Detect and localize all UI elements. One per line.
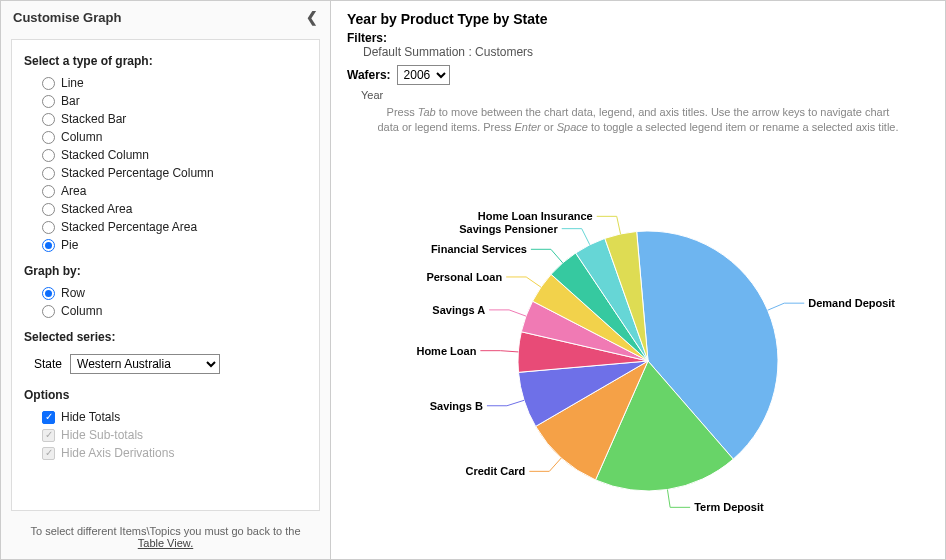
checkbox-label: Hide Totals (61, 410, 120, 424)
graph-type-column[interactable]: Column (24, 128, 307, 146)
pie-label-home-loan-insurance: Home Loan Insurance (478, 211, 593, 223)
pie-label-home-loan: Home Loan (416, 345, 476, 357)
radio-label: Area (61, 184, 86, 198)
radio-icon[interactable] (42, 239, 55, 252)
radio-label: Stacked Percentage Area (61, 220, 197, 234)
wafers-sublabel: Year (361, 89, 929, 101)
checkbox-icon[interactable] (42, 411, 55, 424)
graph-by-column[interactable]: Column (24, 302, 307, 320)
checkbox-label: Hide Sub-totals (61, 428, 143, 442)
graph-type-area[interactable]: Area (24, 182, 307, 200)
radio-label: Bar (61, 94, 80, 108)
option-hide-sub-totals: Hide Sub-totals (24, 426, 307, 444)
graph-type-stacked-bar[interactable]: Stacked Bar (24, 110, 307, 128)
radio-label: Column (61, 304, 102, 318)
graph-type-stacked-percentage-area[interactable]: Stacked Percentage Area (24, 218, 307, 236)
radio-icon[interactable] (42, 287, 55, 300)
pie-label-credit-card: Credit Card (465, 466, 525, 478)
radio-label: Column (61, 130, 102, 144)
pie-chart[interactable]: Demand DepositTerm DepositCredit CardSav… (338, 171, 938, 551)
radio-icon[interactable] (42, 149, 55, 162)
graph-type-title: Select a type of graph: (24, 54, 307, 68)
series-select[interactable]: Western Australia (70, 354, 220, 374)
footer-note: To select different Items\Topics you mus… (1, 517, 330, 559)
filters-label: Filters: (347, 31, 387, 45)
graph-type-line[interactable]: Line (24, 74, 307, 92)
radio-icon[interactable] (42, 77, 55, 90)
option-hide-axis-derivations: Hide Axis Derivations (24, 444, 307, 462)
selected-series-title: Selected series: (24, 330, 307, 344)
filters-value: Default Summation : Customers (353, 45, 929, 59)
radio-label: Stacked Area (61, 202, 132, 216)
table-view-link[interactable]: Table View. (138, 537, 193, 549)
pie-label-savings-a: Savings A (432, 304, 485, 316)
radio-label: Stacked Bar (61, 112, 126, 126)
sidebar: Customise Graph ❮ Select a type of graph… (1, 1, 331, 559)
page-title: Year by Product Type by State (347, 11, 929, 27)
pie-label-savings-pensioner: Savings Pensioner (459, 223, 558, 235)
chart-area: Demand DepositTerm DepositCredit CardSav… (347, 136, 929, 549)
radio-label: Row (61, 286, 85, 300)
radio-label: Line (61, 76, 84, 90)
wafers-label: Wafers: (347, 68, 391, 82)
pie-label-financial-services: Financial Services (431, 244, 527, 256)
radio-label: Stacked Percentage Column (61, 166, 214, 180)
radio-icon[interactable] (42, 113, 55, 126)
help-text: Press Tab to move between the chart data… (347, 105, 929, 136)
pie-label-savings-b: Savings B (430, 400, 483, 412)
series-label: State (34, 357, 62, 371)
radio-icon[interactable] (42, 167, 55, 180)
graph-type-bar[interactable]: Bar (24, 92, 307, 110)
graph-type-stacked-percentage-column[interactable]: Stacked Percentage Column (24, 164, 307, 182)
wafers-select[interactable]: 2006 (397, 65, 450, 85)
checkbox-icon (42, 429, 55, 442)
pie-label-term-deposit: Term Deposit (694, 502, 764, 514)
radio-icon[interactable] (42, 203, 55, 216)
radio-icon[interactable] (42, 185, 55, 198)
radio-icon[interactable] (42, 131, 55, 144)
radio-icon[interactable] (42, 221, 55, 234)
pie-label-personal-loan: Personal Loan (426, 271, 502, 283)
graph-type-stacked-area[interactable]: Stacked Area (24, 200, 307, 218)
checkbox-label: Hide Axis Derivations (61, 446, 174, 460)
option-hide-totals[interactable]: Hide Totals (24, 408, 307, 426)
collapse-icon[interactable]: ❮ (306, 9, 318, 25)
graph-type-stacked-column[interactable]: Stacked Column (24, 146, 307, 164)
options-title: Options (24, 388, 307, 402)
graph-by-title: Graph by: (24, 264, 307, 278)
radio-icon[interactable] (42, 95, 55, 108)
pie-label-demand-deposit: Demand Deposit (808, 298, 895, 310)
radio-icon[interactable] (42, 305, 55, 318)
graph-by-row[interactable]: Row (24, 284, 307, 302)
main-area: Year by Product Type by State Filters: D… (331, 1, 945, 559)
sidebar-title: Customise Graph (13, 10, 121, 25)
radio-label: Pie (61, 238, 78, 252)
checkbox-icon (42, 447, 55, 460)
customise-panel: Select a type of graph: LineBarStacked B… (11, 39, 320, 511)
graph-type-pie[interactable]: Pie (24, 236, 307, 254)
radio-label: Stacked Column (61, 148, 149, 162)
